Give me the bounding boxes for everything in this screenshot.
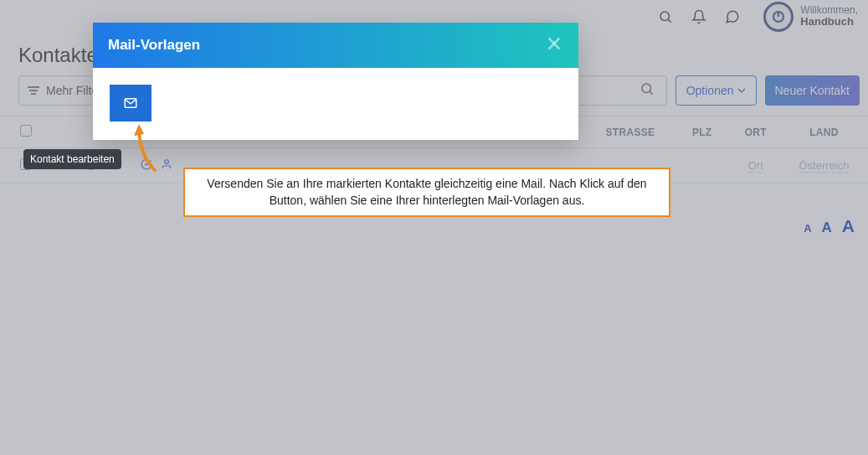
annotation-tooltip: Versenden Sie an Ihre markierten Kontakt… (183, 168, 670, 217)
send-mail-button[interactable] (110, 85, 152, 122)
modal-title: Mail-Vorlagen (108, 37, 200, 54)
modal-body (93, 68, 578, 140)
mail-templates-modal: Mail-Vorlagen (93, 23, 578, 140)
modal-header: Mail-Vorlagen (93, 23, 578, 68)
edit-contact-tooltip: Kontakt bearbeiten (23, 149, 121, 169)
close-icon[interactable] (545, 34, 563, 56)
